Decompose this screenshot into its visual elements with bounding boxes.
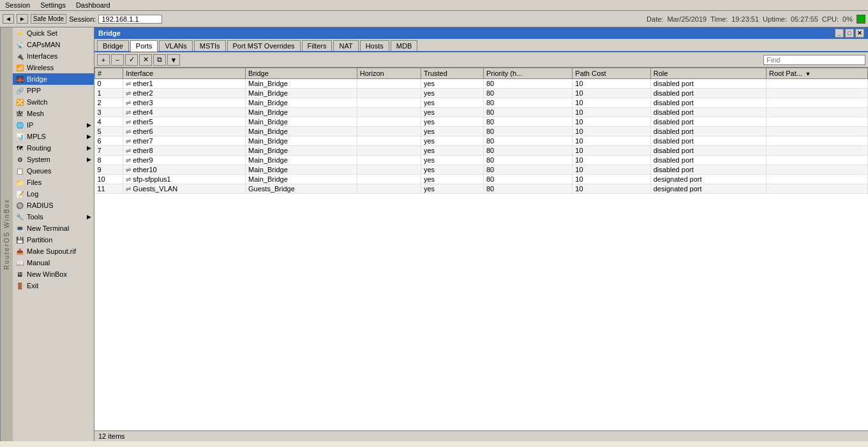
table-row[interactable]: 6⇌ ether7Main_Bridgeyes8010disabled port — [95, 136, 868, 146]
find-input[interactable] — [763, 55, 865, 65]
cell-0: 1 — [95, 89, 123, 98]
cell-3 — [357, 117, 421, 127]
sidebar-item-bridge[interactable]: 🌉 Bridge — [13, 73, 94, 85]
column-header-0[interactable]: # — [95, 68, 123, 79]
close-button[interactable]: ✕ — [855, 29, 864, 38]
sidebar-item-manual[interactable]: 📖 Manual — [13, 257, 94, 268]
sidebar-item-mesh[interactable]: 🕸 Mesh — [13, 108, 94, 119]
add-button[interactable]: + — [97, 54, 110, 66]
tab-nat[interactable]: NAT — [333, 40, 358, 51]
table-row[interactable]: 8⇌ ether9Main_Bridgeyes8010disabled port — [95, 156, 868, 165]
table-row[interactable]: 3⇌ ether4Main_Bridgeyes8010disabled port — [95, 108, 868, 117]
enable-button[interactable]: ✓ — [125, 54, 138, 66]
safe-mode-button[interactable]: Safe Mode — [31, 14, 66, 24]
cell-6: 10 — [572, 165, 650, 175]
table-row[interactable]: 11⇌ Guests_VLANGuests_Bridgeyes8010desig… — [95, 184, 868, 194]
tab-mstis[interactable]: MSTIs — [194, 40, 226, 51]
sidebar-item-exit[interactable]: 🚪 Exit — [13, 280, 94, 291]
filter-button[interactable]: ▼ — [167, 54, 180, 66]
sidebar-item-wireless[interactable]: 📶 Wireless — [13, 62, 94, 73]
maximize-button[interactable]: □ — [845, 29, 854, 38]
sidebar-item-system[interactable]: ⚙ System ▶ — [13, 154, 94, 165]
cell-4: yes — [421, 136, 483, 146]
cell-1: ⇌ ether2 — [123, 89, 246, 98]
sidebar-item-mpls[interactable]: 📊 MPLS ▶ — [13, 131, 94, 142]
sidebar-label-new-terminal: New Terminal — [27, 224, 69, 232]
sidebar-item-partition[interactable]: 💾 Partition — [13, 234, 94, 245]
sidebar-item-quick-set[interactable]: ⚡ Quick Set — [13, 27, 94, 39]
cell-5: 80 — [483, 127, 572, 136]
cell-2: Main_Bridge — [246, 156, 357, 165]
sidebar-item-new-terminal[interactable]: 💻 New Terminal — [13, 223, 94, 234]
column-header-2[interactable]: Bridge — [246, 68, 357, 79]
sidebar-item-radius[interactable]: 🔘 RADIUS — [13, 200, 94, 211]
menu-session[interactable]: Session — [3, 1, 33, 10]
cell-6: 10 — [572, 108, 650, 117]
disable-button[interactable]: ✕ — [139, 54, 152, 66]
sidebar-icon-manual: 📖 — [15, 258, 24, 267]
sidebar: ⚡ Quick Set 📡 CAPsMAN 🔌 Interfaces 📶 Wir… — [13, 27, 94, 441]
sidebar-item-routing[interactable]: 🗺 Routing ▶ — [13, 142, 94, 154]
sidebar-item-ppp[interactable]: 🔗 PPP — [13, 85, 94, 96]
cell-6: 10 — [572, 89, 650, 98]
sidebar-item-queues[interactable]: 📋 Queues — [13, 165, 94, 177]
tab-filters[interactable]: Filters — [302, 40, 333, 51]
table-row[interactable]: 7⇌ ether8Main_Bridgeyes8010disabled port — [95, 146, 868, 156]
column-header-6[interactable]: Path Cost — [572, 68, 650, 79]
sidebar-icon-bridge: 🌉 — [15, 75, 24, 84]
sidebar-icon-mesh: 🕸 — [15, 109, 24, 118]
cell-4: yes — [421, 165, 483, 175]
cell-0: 2 — [95, 98, 123, 108]
sidebar-item-new-winbox[interactable]: 🖥 New WinBox — [13, 268, 94, 280]
sidebar-label-switch: Switch — [27, 98, 47, 106]
session-ip-input[interactable] — [98, 15, 162, 24]
tab-bridge[interactable]: Bridge — [97, 40, 129, 51]
cell-0: 9 — [95, 165, 123, 175]
sidebar-icon-interfaces: 🔌 — [15, 52, 24, 61]
sidebar-item-switch[interactable]: 🔀 Switch — [13, 96, 94, 108]
column-header-3[interactable]: Horizon — [357, 68, 421, 79]
table-row[interactable]: 1⇌ ether2Main_Bridgeyes8010disabled port — [95, 89, 868, 98]
sidebar-label-routing: Routing — [27, 144, 51, 152]
sidebar-item-capsman[interactable]: 📡 CAPsMAN — [13, 39, 94, 50]
sidebar-icon-queues: 📋 — [15, 166, 24, 175]
sidebar-label-bridge: Bridge — [27, 75, 47, 83]
cell-5: 80 — [483, 184, 572, 194]
table-container[interactable]: #InterfaceBridgeHorizonTrustedPriority (… — [94, 68, 868, 430]
tab-port-mst-overrides[interactable]: Port MST Overrides — [227, 40, 301, 51]
sidebar-item-ip[interactable]: 🌐 IP ▶ — [13, 119, 94, 131]
tab-hosts[interactable]: Hosts — [360, 40, 389, 51]
minimize-button[interactable]: _ — [835, 29, 844, 38]
menu-dashboard[interactable]: Dashboard — [73, 1, 113, 10]
menu-settings[interactable]: Settings — [38, 1, 68, 10]
cell-6: 10 — [572, 136, 650, 146]
column-header-1[interactable]: Interface — [123, 68, 246, 79]
column-header-5[interactable]: Priority (h... — [483, 68, 572, 79]
sidebar-item-tools[interactable]: 🔧 Tools ▶ — [13, 211, 94, 223]
table-row[interactable]: 4⇌ ether5Main_Bridgeyes8010disabled port — [95, 117, 868, 127]
sidebar-item-files[interactable]: 📁 Files — [13, 177, 94, 188]
table-row[interactable]: 0⇌ ether1Main_Bridgeyes8010disabled port — [95, 79, 868, 89]
column-header-7[interactable]: Role — [650, 68, 766, 79]
sidebar-item-make-supout[interactable]: 📤 Make Supout.rif — [13, 245, 94, 257]
table-row[interactable]: 5⇌ ether6Main_Bridgeyes8010disabled port — [95, 127, 868, 136]
remove-button[interactable]: − — [111, 54, 124, 66]
table-row[interactable]: 10⇌ sfp-sfpplus1Main_Bridgeyes8010design… — [95, 175, 868, 184]
tab-vlans[interactable]: VLANs — [159, 40, 192, 51]
sidebar-icon-radius: 🔘 — [15, 201, 24, 210]
column-header-4[interactable]: Trusted — [421, 68, 483, 79]
sidebar-item-log[interactable]: 📝 Log — [13, 188, 94, 200]
copy-button[interactable]: ⧉ — [153, 54, 166, 66]
column-header-8[interactable]: Root Pat... ▼ — [766, 68, 867, 79]
cell-1: ⇌ ether7 — [123, 136, 246, 146]
tab-mdb[interactable]: MDB — [391, 40, 417, 51]
sidebar-icon-switch: 🔀 — [15, 98, 24, 106]
table-row[interactable]: 9⇌ ether10Main_Bridgeyes8010disabled por… — [95, 165, 868, 175]
forward-button[interactable]: ► — [17, 14, 28, 24]
back-button[interactable]: ◄ — [3, 14, 14, 24]
tab-ports[interactable]: Ports — [130, 40, 158, 52]
cell-5: 80 — [483, 79, 572, 89]
sidebar-item-interfaces[interactable]: 🔌 Interfaces — [13, 50, 94, 62]
table-row[interactable]: 2⇌ ether3Main_Bridgeyes8010disabled port — [95, 98, 868, 108]
cell-2: Main_Bridge — [246, 146, 357, 156]
